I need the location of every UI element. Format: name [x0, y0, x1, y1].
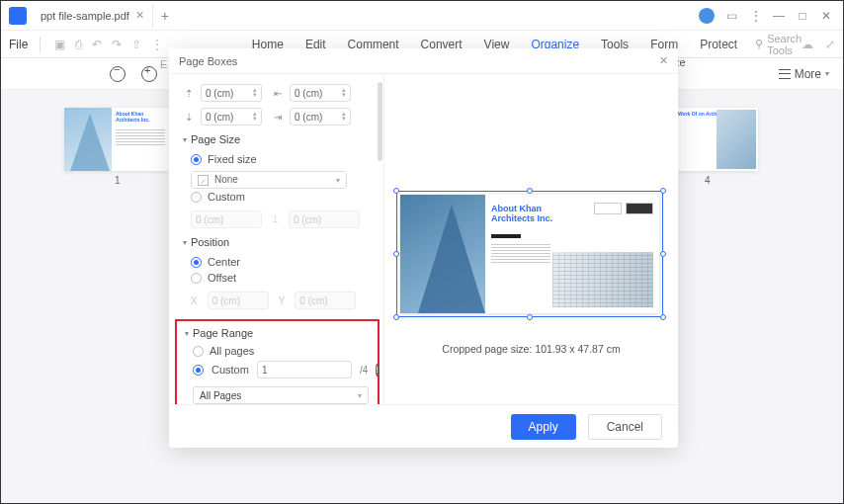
handle-tl[interactable] [393, 188, 399, 194]
zoom-out-icon[interactable] [110, 66, 126, 82]
margin-right-icon: ⇥ [272, 111, 284, 123]
handle-ml[interactable] [393, 251, 399, 257]
margin-left-input[interactable]: 0 (cm)▴▾ [290, 84, 351, 102]
cancel-button[interactable]: Cancel [588, 414, 662, 440]
dialog-title: Page Boxes [179, 55, 237, 67]
handle-tr[interactable] [660, 188, 666, 194]
close-window-icon[interactable]: ✕ [819, 9, 833, 23]
cursor-icon: 𝙸 [272, 213, 279, 225]
handle-bc[interactable] [527, 314, 533, 320]
dialog-header: Page Boxes ✕ [169, 48, 678, 74]
margin-left-icon: ⇤ [272, 87, 284, 99]
handle-br[interactable] [660, 314, 666, 320]
maximize-icon[interactable]: □ [796, 9, 809, 23]
all-pages-radio[interactable]: All pages [185, 343, 370, 359]
thumb-1-label: 1 [115, 175, 121, 186]
offset-x-input: 0 (cm) [208, 292, 269, 309]
search-icon: ⚲ [755, 38, 763, 50]
more-actions-icon[interactable]: ⋮ [151, 38, 163, 51]
tab-title: ppt file-sample.pdf [41, 10, 129, 22]
notify-icon[interactable]: ▭ [724, 9, 738, 23]
search-tools[interactable]: ⚲ Search Tools [755, 33, 802, 56]
page-total: /4 [360, 365, 368, 376]
scrollbar-thumb[interactable] [378, 82, 382, 161]
minimize-icon[interactable]: — [772, 9, 786, 23]
margin-bottom-icon: ⇣ [183, 111, 195, 123]
dialog-close-icon[interactable]: ✕ [659, 54, 668, 67]
margin-top-icon: ⇡ [183, 87, 195, 99]
page-size-header[interactable]: Page Size [183, 133, 372, 145]
handle-mr[interactable] [660, 251, 666, 257]
handle-tc[interactable] [527, 188, 533, 194]
expand-icon[interactable]: ⤢ [825, 38, 835, 51]
redo-icon[interactable]: ↷ [112, 38, 122, 51]
undo-icon[interactable]: ↶ [92, 38, 102, 51]
custom-width-input: 0 (cm) [191, 210, 262, 228]
dialog-footer: Apply Cancel [169, 404, 678, 448]
custom-range-input[interactable] [257, 361, 352, 378]
dialog-preview-panel: About Khan Architects Inc. Cropped page … [384, 74, 678, 404]
user-avatar[interactable] [699, 8, 715, 24]
custom-range-radio[interactable]: Custom /4 ! [185, 359, 370, 380]
page-thumb-1[interactable]: About Khan Architects Inc. [64, 108, 169, 171]
app-icon [9, 7, 27, 25]
apply-button[interactable]: Apply [511, 414, 576, 440]
fixed-size-radio[interactable]: Fixed size [183, 151, 372, 167]
info-icon[interactable]: ! [376, 364, 379, 377]
handle-bl[interactable] [393, 314, 399, 320]
margin-top-input[interactable]: 0 (cm)▴▾ [201, 84, 262, 102]
page-size-select[interactable]: None▾ [191, 171, 347, 189]
margin-bottom-input[interactable]: 0 (cm)▴▾ [201, 108, 262, 126]
custom-height-input: 0 (cm) [289, 210, 360, 228]
page-boxes-dialog: Page Boxes ✕ ⇡ 0 (cm)▴▾ ⇤ 0 (cm)▴▾ ⇣ 0 (… [169, 48, 678, 448]
custom-size-radio[interactable]: Custom [183, 189, 372, 205]
offset-radio[interactable]: Offset [183, 270, 372, 286]
save-icon[interactable]: ▣ [54, 38, 65, 51]
menu-dots-icon[interactable]: ⋮ [748, 9, 762, 23]
close-tab-icon[interactable]: ✕ [135, 9, 144, 22]
subset-select[interactable]: All Pages▾ [193, 386, 369, 404]
document-tab[interactable]: ppt file-sample.pdf ✕ [33, 4, 153, 28]
search-placeholder: Search Tools [767, 33, 802, 56]
offset-y-input: 0 (cm) [295, 292, 356, 309]
page-range-highlight: Page Range All pages Custom /4 ! All Pag… [175, 319, 380, 404]
center-radio[interactable]: Center [183, 254, 372, 270]
crop-info-label: Cropped page size: 101.93 x 47.87 cm [384, 343, 678, 355]
cloud-icon[interactable]: ☁ [802, 38, 813, 51]
position-header[interactable]: Position [183, 236, 372, 248]
more-button[interactable]: More ▾ [779, 67, 829, 81]
dialog-left-panel: ⇡ 0 (cm)▴▾ ⇤ 0 (cm)▴▾ ⇣ 0 (cm)▴▾ ⇥ 0 (cm… [169, 74, 384, 404]
page-range-header[interactable]: Page Range [185, 327, 370, 339]
hamburger-icon [779, 69, 791, 79]
file-menu[interactable]: File [9, 38, 28, 51]
crop-preview[interactable]: About Khan Architects Inc. [396, 191, 663, 317]
thumb-4-label: 4 [705, 175, 711, 186]
zoom-in-icon[interactable] [141, 66, 157, 82]
margin-right-input[interactable]: 0 (cm)▴▾ [290, 108, 351, 126]
menu-protect[interactable]: Protect [700, 38, 737, 51]
titlebar: ppt file-sample.pdf ✕ + ▭ ⋮ — □ ✕ [1, 1, 843, 31]
add-tab-button[interactable]: + [153, 8, 177, 24]
print-icon[interactable]: ⎙ [75, 38, 82, 51]
share-icon[interactable]: ⇧ [131, 38, 141, 51]
